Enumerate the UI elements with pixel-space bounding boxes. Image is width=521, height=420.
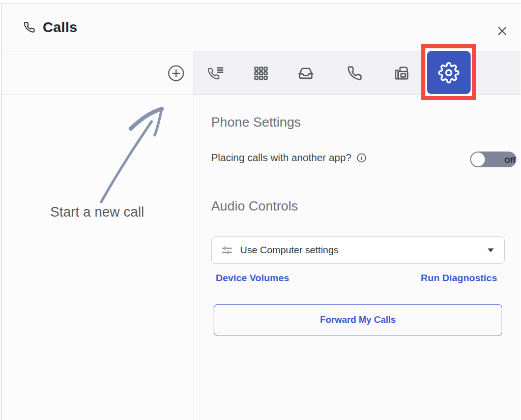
tab-fax[interactable] (393, 64, 411, 82)
tab-call-history[interactable] (207, 64, 225, 82)
toolbar-left-section (2, 51, 193, 95)
run-diagnostics-link[interactable]: Run Diagnostics (421, 273, 497, 284)
page-title: Calls (43, 19, 77, 36)
forward-my-calls-button[interactable]: Forward My Calls (214, 304, 502, 336)
main-area: Start a new call Phone Settings Placing … (2, 95, 520, 420)
fax-icon (394, 65, 410, 81)
inbox-icon (298, 65, 314, 81)
another-app-toggle[interactable]: Off (470, 152, 516, 167)
close-button[interactable] (495, 24, 509, 38)
another-app-label: Placing calls with another app? (211, 152, 352, 164)
toggle-state-label: Off (504, 155, 515, 164)
call-history-icon (208, 65, 224, 81)
dial-pad-icon (253, 66, 269, 81)
phone-icon (347, 66, 362, 81)
tab-voicemail-inbox[interactable] (297, 64, 315, 82)
plus-circle-icon (167, 65, 185, 82)
phone-settings-heading: Phone Settings (211, 114, 301, 130)
audio-device-value: Use Computer settings (240, 245, 338, 256)
close-icon (497, 26, 507, 36)
calls-phone-icon (23, 21, 35, 33)
gear-icon (438, 62, 459, 83)
tab-dial-pad[interactable] (252, 64, 270, 82)
audio-controls-heading: Audio Controls (211, 198, 298, 214)
chevron-down-icon (487, 248, 494, 253)
call-list-pane: Start a new call (2, 95, 193, 420)
calls-window: Calls (1, 3, 520, 420)
tab-settings-selected[interactable] (427, 51, 471, 94)
tab-phone[interactable] (345, 64, 364, 82)
settings-pane: Phone Settings Placing calls with anothe… (193, 95, 520, 420)
new-call-button[interactable] (167, 65, 185, 82)
hand-drawn-arrow-icon (87, 98, 173, 207)
audio-device-dropdown[interactable]: Use Computer settings (211, 236, 505, 264)
info-icon[interactable] (356, 153, 367, 163)
sliders-icon (221, 244, 233, 256)
toolbar (2, 51, 520, 95)
toggle-knob (471, 153, 485, 166)
another-app-row: Placing calls with another app? (211, 152, 367, 164)
toolbar-tabs (193, 51, 520, 95)
annotation-highlight-box (421, 44, 476, 100)
device-volumes-link[interactable]: Device Volumes (216, 273, 289, 284)
empty-state-text: Start a new call (2, 204, 193, 220)
